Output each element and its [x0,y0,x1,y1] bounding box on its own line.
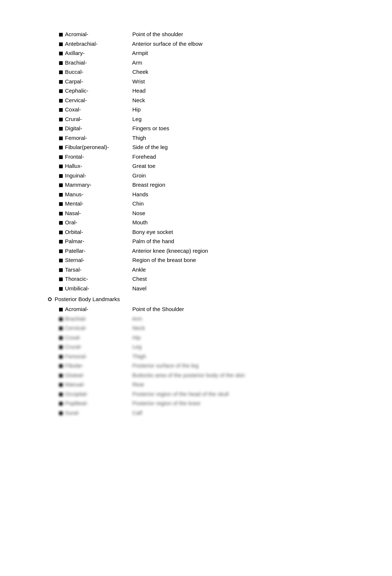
definition-label: Hands [128,190,148,199]
square-bullet-icon [59,277,63,281]
list-item: Inguinal- Groin [59,171,354,180]
term-label: Patellar- [65,246,128,256]
definition-label: Ankle [128,265,146,275]
list-item: Umbilical- Navel [59,284,354,293]
square-bullet-icon [59,393,63,396]
list-item: Buccal- Cheek [59,67,354,77]
square-bullet-icon [59,308,63,311]
term-label: Digital- [65,124,128,133]
list-item: Femoral- Thigh [59,133,354,143]
square-bullet-icon [59,327,63,330]
definition-label: Neck [128,323,145,333]
term-label: Inguinal- [65,171,128,180]
square-bullet-icon [59,268,63,272]
definition-label: Buttocks area of the posterior body of t… [128,370,245,380]
definition-label: Anterior surface of the elbow [128,39,203,49]
list-item: Digital- Fingers or toes [59,124,354,133]
list-item: Cervical- Neck [59,96,354,105]
term-label: Oral- [65,218,128,227]
term-label: Popliteal- [65,399,128,408]
square-bullet-icon [59,212,63,215]
list-item: Cephalic- Head [59,86,354,96]
definition-label: Side of the leg [128,142,168,152]
definition-label: Great toe [128,161,155,171]
list-item: Manual- Rear [59,380,354,389]
list-item: Cervical- Neck [59,323,354,333]
term-label: Fibular(peroneal)- [65,142,128,152]
square-bullet-icon [59,99,63,103]
definition-label: Calf [128,408,142,418]
circle-bullet-icon [48,297,52,301]
term-label: Femoral- [65,352,128,361]
list-item: Carpal- Wrist [59,77,354,86]
list-item: Axillary- Armpit [59,48,354,58]
definition-label: Armpit [128,48,148,58]
term-label: Brachial- [65,314,128,324]
term-label: Buccal- [65,67,128,77]
term-label: Coxal- [65,333,128,342]
definition-label: Point of the Shoulder [128,304,184,314]
definition-label: Leg [128,342,142,352]
term-label: Cephalic- [65,86,128,96]
definition-label: Arm [128,314,142,324]
list-item: Sural- Calf [59,408,354,418]
square-bullet-icon [59,165,63,168]
term-label: Manual- [65,380,128,389]
square-bullet-icon [59,80,63,84]
term-label: Orbital- [65,227,128,237]
definition-label: Wrist [128,77,145,86]
list-item: Femoral- Thigh [59,352,354,361]
square-bullet-icon [59,202,63,206]
term-label: Carpal- [65,77,128,86]
definition-label: Nose [128,208,145,218]
term-label: Femoral- [65,133,128,143]
term-label: Hallux- [65,161,128,171]
page-content: Acromial- Point of the shoulderAntebrach… [59,30,354,417]
term-label: Nasal- [65,208,128,218]
posterior-list: Acromial- Point of the ShoulderBrachial-… [59,304,354,417]
definition-label: Neck [128,96,145,105]
posterior-section-title: Posterior Body Landmarks [55,296,120,302]
list-item: Frontal- Forehead [59,152,354,162]
definition-label: Chest [128,274,147,284]
term-label: Acromial- [65,304,128,314]
list-item: Palmar- Palm of the hand [59,237,354,246]
term-label: Mental- [65,199,128,208]
term-label: Crural- [65,342,128,352]
term-label: Axillary- [65,48,128,58]
square-bullet-icon [59,240,63,244]
definition-label: Fingers or toes [128,124,169,133]
definition-label: Bony eye socket [128,227,173,237]
list-item: Orbital- Bony eye socket [59,227,354,237]
list-item: Gluteal- Buttocks area of the posterior … [59,370,354,380]
square-bullet-icon [59,61,63,65]
square-bullet-icon [59,146,63,149]
square-bullet-icon [59,52,63,55]
square-bullet-icon [59,70,63,74]
term-label: Acromial- [65,30,128,39]
definition-label: Breast region [128,180,165,190]
list-item: Oral- Mouth [59,218,354,227]
list-item: Sternal- Region of the breast bone [59,255,354,265]
definition-label: Cheek [128,67,148,77]
list-item: Fibular- Posterior surface of the leg [59,361,354,370]
term-label: Mammary- [65,180,128,190]
list-item: Acromial- Point of the Shoulder [59,304,354,314]
square-bullet-icon [59,249,63,253]
definition-label: Posterior surface of the leg [128,361,199,370]
list-item: Popliteal- Posterior region of the knee [59,399,354,408]
list-item: Manus- Hands [59,190,354,199]
definition-label: Hip [128,333,141,342]
list-item: Coxal- Hip [59,333,354,342]
definition-label: Thigh [128,352,146,361]
square-bullet-icon [59,174,63,178]
square-bullet-icon [59,383,63,387]
term-label: Occipital- [65,389,128,399]
definition-label: Point of the shoulder [128,30,183,39]
list-item: Brachial- Arm [59,314,354,324]
square-bullet-icon [59,402,63,406]
definition-label: Mouth [128,218,148,227]
square-bullet-icon [59,355,63,359]
definition-label: Forehead [128,152,156,162]
term-label: Tarsal- [65,265,128,275]
